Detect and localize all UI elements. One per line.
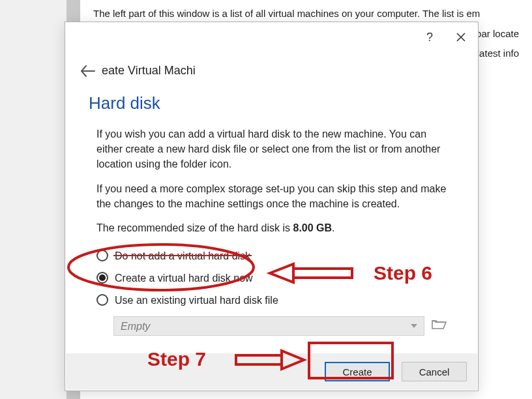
background-text-line: The left part of this window is a list o… <box>93 7 519 22</box>
help-button[interactable]: ? <box>423 31 436 44</box>
cancel-button[interactable]: Cancel <box>402 362 467 381</box>
recommended-size-line: The recommended size of the hard disk is… <box>96 220 447 235</box>
dialog-body: If you wish you can add a virtual hard d… <box>65 120 478 336</box>
existing-disk-dropdown[interactable]: Empty <box>113 316 424 336</box>
annotation-step-7-label: Step 7 <box>147 348 206 370</box>
browse-folder-button[interactable] <box>431 317 447 335</box>
dropdown-value: Empty <box>121 319 150 334</box>
breadcrumb[interactable]: eate Virtual Machi <box>65 52 478 78</box>
dialog-titlebar: ? <box>65 22 478 52</box>
annotation-step-6-label: Step 6 <box>374 262 432 284</box>
create-vm-dialog: ? eate Virtual Machi Hard disk If you wi… <box>65 22 479 391</box>
recommended-prefix: The recommended size of the hard disk is <box>96 222 293 233</box>
radio-icon <box>96 250 108 261</box>
option-label: Do not add a virtual hard disk <box>115 248 250 263</box>
close-button[interactable] <box>454 31 467 44</box>
dialog-footer: Create Cancel <box>66 353 477 390</box>
intro-paragraph-2: If you need a more complex storage set-u… <box>96 181 447 211</box>
option-label: Use an existing virtual hard disk file <box>115 293 278 308</box>
intro-paragraph-1: If you wish you can add a virtual hard d… <box>96 126 447 172</box>
recommended-size-value: 8.00 GB <box>293 222 332 233</box>
page-heading: Hard disk <box>65 78 478 120</box>
back-arrow-icon <box>81 65 95 77</box>
create-button[interactable]: Create <box>325 362 390 381</box>
option-label: Create a virtual hard disk now <box>115 271 253 286</box>
close-icon <box>456 33 466 42</box>
breadcrumb-label: eate Virtual Machi <box>102 64 196 78</box>
recommended-suffix: . <box>332 222 334 233</box>
existing-disk-row: Empty <box>96 316 447 336</box>
hard-disk-options: Do not add a virtual hard disk Create a … <box>96 244 447 336</box>
radio-icon <box>96 272 108 284</box>
option-use-existing-disk[interactable]: Use an existing virtual hard disk file <box>96 289 447 311</box>
radio-icon <box>96 294 108 306</box>
chevron-down-icon <box>411 324 417 328</box>
folder-open-icon <box>431 317 447 331</box>
